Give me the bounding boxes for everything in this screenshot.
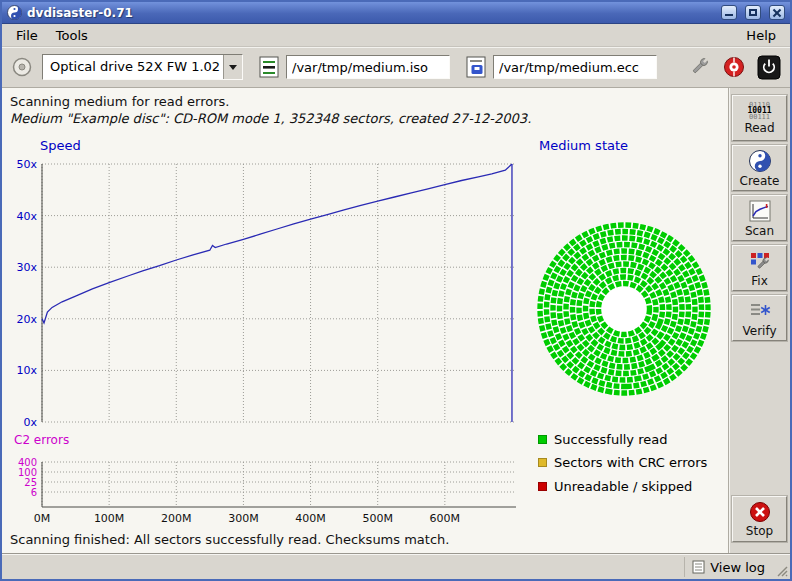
svg-text:50x: 50x xyxy=(16,158,37,171)
svg-text:100M: 100M xyxy=(94,512,125,525)
binary-read-icon: 01110 10011 00111 xyxy=(747,102,771,120)
fix-wrench-icon xyxy=(748,249,772,273)
verify-button-label: Verify xyxy=(742,324,776,338)
log-icon xyxy=(692,560,705,574)
iso-path-input[interactable] xyxy=(286,55,450,79)
help-disc-icon[interactable] xyxy=(722,55,746,79)
legend-item-read: Successfully read xyxy=(538,432,667,447)
legend-swatch-red xyxy=(538,482,547,491)
view-log-button[interactable]: View log xyxy=(684,557,772,577)
menu-file[interactable]: File xyxy=(7,25,47,46)
finish-status: Scanning finished: All sectors successfu… xyxy=(10,532,449,547)
iso-file-icon xyxy=(257,55,281,79)
speed-c2-chart: 0x10x20x30x40x50x0M100M200M300M400M500M6… xyxy=(2,154,532,534)
read-button-label: Read xyxy=(744,121,774,135)
scan-graph-icon xyxy=(748,199,772,223)
app-icon xyxy=(7,5,22,20)
toolbar-right-group xyxy=(687,55,781,80)
menu-tools[interactable]: Tools xyxy=(47,25,97,46)
svg-text:400M: 400M xyxy=(295,512,326,525)
drive-select-arrow[interactable] xyxy=(223,55,242,79)
quit-power-icon[interactable] xyxy=(757,55,781,80)
svg-text:40x: 40x xyxy=(16,210,37,223)
minimize-button[interactable] xyxy=(721,5,737,20)
verify-check-icon xyxy=(748,299,772,323)
maximize-button[interactable] xyxy=(745,5,761,20)
svg-text:0x: 0x xyxy=(23,416,37,429)
svg-text:30x: 30x xyxy=(16,261,37,274)
preferences-wrench-icon[interactable] xyxy=(687,55,711,79)
main-content: Scanning medium for read errors. Medium … xyxy=(2,88,728,553)
toolbar: Optical drive 52X FW 1.02 xyxy=(2,47,790,88)
scan-button[interactable]: Scan xyxy=(732,195,787,241)
ecc-file-icon xyxy=(464,55,488,79)
svg-text:600M: 600M xyxy=(430,512,461,525)
fix-button-label: Fix xyxy=(751,274,767,288)
status-line-1: Scanning medium for read errors. xyxy=(10,94,229,109)
window-title: dvdisaster-0.71 xyxy=(27,6,713,20)
chevron-down-icon xyxy=(229,65,237,70)
legend-swatch-yellow xyxy=(538,458,547,467)
bottombar: View log xyxy=(2,553,790,579)
legend-label: Sectors with CRC errors xyxy=(554,455,707,470)
menubar: File Tools Help xyxy=(2,24,790,47)
verify-button[interactable]: Verify xyxy=(732,295,787,341)
scan-button-label: Scan xyxy=(745,224,774,238)
medium-state-disc xyxy=(536,221,712,397)
titlebar: dvdisaster-0.71 xyxy=(2,2,790,24)
drive-icon xyxy=(11,56,33,78)
create-button[interactable]: Create xyxy=(732,145,787,191)
yinyang-create-icon xyxy=(748,149,772,173)
svg-text:20x: 20x xyxy=(16,313,37,326)
legend-item-unreadable: Unreadable / skipped xyxy=(538,479,692,494)
close-button[interactable] xyxy=(769,5,785,20)
action-sidebar: 01110 10011 00111 Read Create Scan xyxy=(728,88,790,553)
stop-button-label: Stop xyxy=(746,524,773,538)
create-button-label: Create xyxy=(740,174,780,188)
fix-button[interactable]: Fix xyxy=(732,245,787,291)
view-log-label: View log xyxy=(710,560,765,575)
resize-grip[interactable] xyxy=(775,564,789,578)
speed-chart-label: Speed xyxy=(40,138,81,153)
stop-button[interactable]: Stop xyxy=(732,496,787,542)
legend-label: Unreadable / skipped xyxy=(554,479,692,494)
ecc-path-input[interactable] xyxy=(493,55,657,79)
drive-select-value: Optical drive 52X FW 1.02 xyxy=(43,55,223,79)
app-window: dvdisaster-0.71 File Tools Help Optical … xyxy=(0,0,792,581)
drive-select[interactable]: Optical drive 52X FW 1.02 xyxy=(42,54,243,80)
medium-state-label: Medium state xyxy=(539,138,628,153)
svg-text:200M: 200M xyxy=(161,512,192,525)
svg-text:300M: 300M xyxy=(228,512,259,525)
svg-text:500M: 500M xyxy=(362,512,393,525)
menu-help[interactable]: Help xyxy=(737,25,785,46)
legend-swatch-green xyxy=(538,435,547,444)
legend-label: Successfully read xyxy=(554,432,667,447)
read-button[interactable]: 01110 10011 00111 Read xyxy=(732,95,787,141)
legend-item-crc: Sectors with CRC errors xyxy=(538,455,707,470)
stop-icon xyxy=(749,501,771,523)
svg-text:10x: 10x xyxy=(16,364,37,377)
status-line-2: Medium "Example disc": CD-ROM mode 1, 35… xyxy=(10,111,531,126)
svg-text:6: 6 xyxy=(31,487,37,498)
svg-text:0M: 0M xyxy=(34,512,51,525)
